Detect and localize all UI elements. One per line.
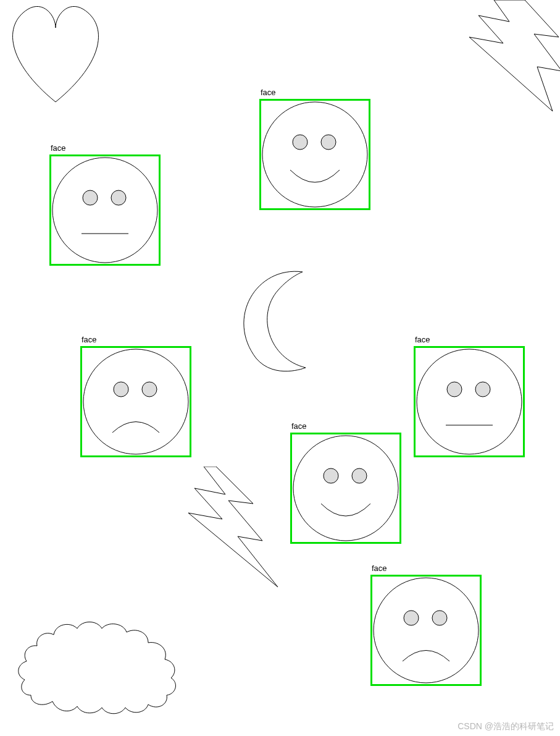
eye-icon — [83, 190, 98, 205]
eye-icon — [475, 382, 490, 397]
detection-label: face — [415, 335, 430, 344]
detection-label: face — [51, 143, 66, 153]
mouth-smile — [290, 170, 340, 182]
mouth-sad — [403, 651, 449, 662]
mouth-sad — [112, 422, 159, 433]
eye-icon — [321, 135, 336, 150]
face-neutral — [414, 346, 525, 457]
detection-label: face — [372, 564, 387, 573]
eye-icon — [293, 135, 307, 150]
svg-point-3 — [417, 349, 522, 454]
svg-point-5 — [374, 578, 479, 683]
detection-label: face — [291, 421, 307, 431]
face-neutral — [49, 154, 161, 266]
svg-point-2 — [83, 349, 188, 454]
eye-icon — [111, 190, 126, 205]
eye-icon — [352, 468, 367, 483]
face-sad — [80, 346, 191, 457]
eye-icon — [404, 611, 419, 625]
eye-icon — [114, 382, 128, 397]
detection-label: face — [261, 88, 276, 97]
face-smile — [290, 433, 401, 544]
eye-icon — [324, 468, 338, 483]
svg-point-1 — [262, 102, 367, 207]
svg-point-0 — [52, 158, 157, 263]
svg-point-4 — [293, 436, 398, 541]
eye-icon — [432, 611, 447, 625]
eye-icon — [142, 382, 157, 397]
lightning-icon — [185, 467, 284, 590]
detection-label: face — [81, 335, 97, 344]
watermark-text: CSDN @浩浩的科研笔记 — [458, 721, 554, 732]
cloud-icon — [15, 596, 182, 720]
heart-icon — [0, 0, 111, 108]
eye-icon — [447, 382, 462, 397]
face-smile — [259, 99, 370, 210]
diagram-canvas: face face face face face — [0, 0, 560, 736]
lightning-icon — [466, 0, 560, 114]
face-sad — [370, 575, 482, 686]
moon-icon — [232, 263, 312, 374]
mouth-smile — [321, 504, 370, 516]
